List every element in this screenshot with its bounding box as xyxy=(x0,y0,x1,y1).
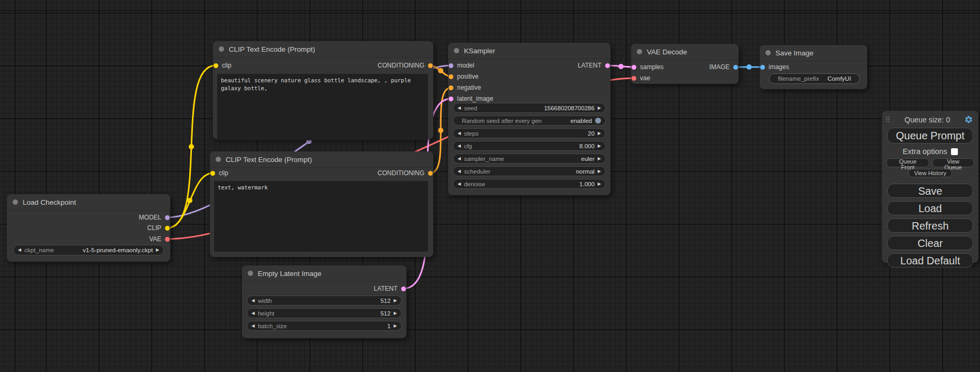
decrement-arrow-icon[interactable]: ◀ xyxy=(458,131,461,136)
widget-value: v1-5-pruned-emaonly.ckpt xyxy=(83,247,153,253)
output-port-latent[interactable] xyxy=(401,287,406,291)
increment-arrow-icon[interactable]: ▶ xyxy=(598,157,601,161)
input-port-clip[interactable] xyxy=(210,171,215,176)
input-port-vae[interactable] xyxy=(632,76,636,81)
widget-label: height xyxy=(258,310,274,317)
prompt-textarea[interactable]: beautiful scenery nature glass bottle la… xyxy=(217,74,428,140)
widget-ckpt-name[interactable]: ◀ ckpt_name v1-5-pruned-emaonly.ckpt ▶ xyxy=(13,245,164,255)
widget-label: scheduler xyxy=(464,168,490,175)
widget-value: 512 xyxy=(381,298,391,304)
clear-button[interactable]: Clear xyxy=(887,236,973,250)
output-slot-image: IMAGE xyxy=(709,64,738,70)
queue-front-button[interactable]: Queue Front xyxy=(886,158,929,167)
node-title-bar[interactable]: Empty Latent Image xyxy=(242,265,406,282)
decrement-arrow-icon[interactable]: ◀ xyxy=(458,182,461,186)
extra-options-row: Extra options xyxy=(882,146,978,157)
node-title: CLIP Text Encode (Prompt) xyxy=(226,156,312,164)
widget-seed[interactable]: ◀ seed 156680208700286 ▶ xyxy=(453,103,606,113)
output-slot-conditioning: CONDITIONING xyxy=(377,170,433,176)
output-port-conditioning[interactable] xyxy=(428,171,433,176)
decrement-arrow-icon[interactable]: ◀ xyxy=(458,144,461,148)
collapse-dot-icon[interactable] xyxy=(13,199,18,205)
widget-sampler-name[interactable]: ◀ sampler_name euler ▶ xyxy=(453,154,606,164)
collapse-dot-icon[interactable] xyxy=(248,271,253,276)
increment-arrow-icon[interactable]: ▶ xyxy=(394,299,397,303)
widget-value: 512 xyxy=(381,310,391,317)
widget-height[interactable]: ◀ height 512 ▶ xyxy=(247,308,402,318)
load-button[interactable]: Load xyxy=(887,201,973,215)
node-title-bar[interactable]: CLIP Text Encode (Prompt) xyxy=(213,41,433,58)
view-queue-button[interactable]: View Queue xyxy=(932,158,974,167)
collapse-dot-icon[interactable] xyxy=(637,49,642,54)
decrement-arrow-icon[interactable]: ◀ xyxy=(251,299,255,303)
output-slot-model: MODEL xyxy=(139,214,170,221)
input-slot-model: model xyxy=(449,62,474,69)
queue-prompt-button[interactable]: Queue Prompt xyxy=(887,128,973,144)
widget-label: width xyxy=(258,298,272,304)
gear-icon[interactable] xyxy=(964,115,973,124)
node-title-bar[interactable]: KSampler xyxy=(448,43,610,59)
decrement-arrow-icon[interactable]: ◀ xyxy=(251,324,255,328)
node-title-bar[interactable]: Save Image xyxy=(760,45,867,61)
increment-arrow-icon[interactable]: ▶ xyxy=(598,169,601,174)
input-port-images[interactable] xyxy=(760,65,765,70)
increment-arrow-icon[interactable]: ▶ xyxy=(598,106,601,110)
toggle-dot-icon[interactable] xyxy=(595,118,601,123)
save-button[interactable]: Save xyxy=(887,184,973,198)
slot-label: CLIP xyxy=(147,224,161,232)
node-title-bar[interactable]: Load Checkpoint xyxy=(7,194,170,211)
decrement-arrow-icon[interactable]: ◀ xyxy=(458,157,461,161)
increment-arrow-icon[interactable]: ▶ xyxy=(598,144,601,148)
input-port-samples[interactable] xyxy=(632,65,636,70)
input-port-positive[interactable] xyxy=(449,74,453,79)
decrement-arrow-icon[interactable]: ◀ xyxy=(251,311,255,316)
node-title: Save Image xyxy=(775,49,813,57)
output-port-latent[interactable] xyxy=(605,63,610,68)
output-port-clip[interactable] xyxy=(165,226,170,231)
node-clip-text-encode-negative: CLIP Text Encode (Prompt) clip CONDITION… xyxy=(210,151,433,257)
widget-width[interactable]: ◀ width 512 ▶ xyxy=(247,295,402,306)
input-port-negative[interactable] xyxy=(449,85,453,90)
widget-steps[interactable]: ◀ steps 20 ▶ xyxy=(453,128,606,138)
node-title: Load Checkpoint xyxy=(23,198,76,206)
node-title: CLIP Text Encode (Prompt) xyxy=(229,45,315,53)
widget-denoise[interactable]: ◀ denoise 1.000 ▶ xyxy=(453,179,606,189)
collapse-dot-icon[interactable] xyxy=(216,157,221,162)
decrement-arrow-icon[interactable]: ◀ xyxy=(18,248,21,252)
collapse-dot-icon[interactable] xyxy=(219,46,224,52)
output-port-conditioning[interactable] xyxy=(428,63,433,68)
widget-filename-prefix[interactable]: filename_prefix ComfyUI xyxy=(769,73,860,84)
widget-batch-size[interactable]: ◀ batch_size 1 ▶ xyxy=(247,321,402,331)
increment-arrow-icon[interactable]: ▶ xyxy=(394,311,397,316)
node-title-bar[interactable]: CLIP Text Encode (Prompt) xyxy=(210,151,433,168)
input-port-clip[interactable] xyxy=(214,63,218,68)
load-default-button[interactable]: Load Default xyxy=(887,253,973,268)
node-vae-decode: VAE Decode samples vae IMAGE xyxy=(631,44,739,84)
increment-arrow-icon[interactable]: ▶ xyxy=(598,131,601,136)
widget-scheduler[interactable]: ◀ scheduler normal ▶ xyxy=(453,166,606,176)
increment-arrow-icon[interactable]: ▶ xyxy=(156,248,159,252)
output-port-image[interactable] xyxy=(733,65,738,70)
drag-handle-icon[interactable] xyxy=(886,117,890,123)
input-port-model[interactable] xyxy=(449,63,453,68)
slot-label: samples xyxy=(640,63,664,71)
output-port-vae[interactable] xyxy=(165,237,170,242)
collapse-dot-icon[interactable] xyxy=(454,48,459,53)
comfyui-canvas[interactable]: { "colors": { "model": "#B39DDB", "clip"… xyxy=(0,0,980,372)
slot-label: LATENT xyxy=(374,285,397,292)
increment-arrow-icon[interactable]: ▶ xyxy=(598,182,601,186)
collapse-dot-icon[interactable] xyxy=(765,50,771,55)
decrement-arrow-icon[interactable]: ◀ xyxy=(458,169,461,174)
decrement-arrow-icon[interactable]: ◀ xyxy=(458,106,461,110)
prompt-textarea[interactable]: text, watermark xyxy=(214,181,428,252)
output-port-model[interactable] xyxy=(165,215,170,220)
refresh-button[interactable]: Refresh xyxy=(887,218,973,233)
increment-arrow-icon[interactable]: ▶ xyxy=(394,324,397,328)
widget-random-seed-toggle[interactable]: Random seed after every gen enabled xyxy=(453,116,606,126)
node-title-bar[interactable]: VAE Decode xyxy=(631,44,739,60)
extra-options-checkbox[interactable] xyxy=(951,148,958,155)
view-history-button[interactable]: View History xyxy=(908,169,952,177)
widget-cfg[interactable]: ◀ cfg 8.000 ▶ xyxy=(453,141,606,151)
input-port-latent-image[interactable] xyxy=(449,97,453,101)
widget-value: enabled xyxy=(570,118,592,124)
